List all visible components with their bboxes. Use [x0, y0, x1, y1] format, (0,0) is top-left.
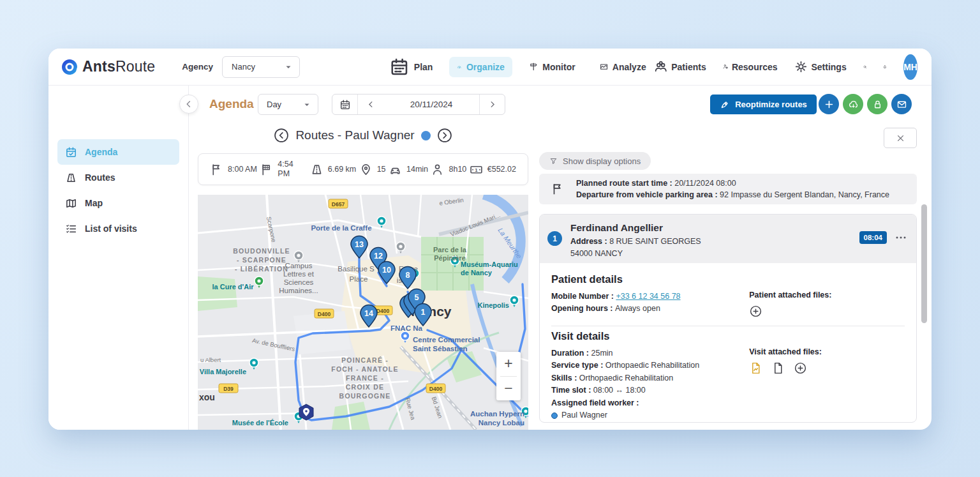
panel-scrollbar[interactable]	[921, 151, 927, 421]
notifications-bell-icon[interactable]	[883, 60, 887, 74]
previous-day-button[interactable]	[358, 95, 383, 114]
topnav-item-settings[interactable]: Settings	[794, 60, 847, 73]
view-mode-select[interactable]: Day	[258, 94, 318, 115]
zoom-out-button[interactable]: −	[496, 377, 521, 401]
svg-text:Porte de la Craffe: Porte de la Craffe	[311, 224, 371, 232]
planned-start-time-row: Planned route start time20/11/2024 08:00	[576, 178, 889, 189]
section-divider	[551, 326, 905, 326]
visit-files-label: Visit attached files:	[749, 347, 905, 356]
svg-text:la Cure d'Air: la Cure d'Air	[212, 283, 255, 291]
svg-text:BOUDONVILLE: BOUDONVILLE	[233, 247, 290, 255]
user-avatar[interactable]: MH	[903, 54, 917, 80]
svg-text:Auchan Hypern: Auchan Hypern	[470, 410, 524, 418]
calendar-icon	[389, 57, 410, 77]
tab-monitor[interactable]: Monitor	[521, 57, 583, 77]
top-navigation-bar: AntsRoute Agency Nancy PlanOrganizeMonit…	[48, 49, 932, 86]
previous-route-button[interactable]	[274, 128, 289, 143]
send-action-button[interactable]	[891, 94, 912, 114]
sidebar-item-map[interactable]: Map	[57, 190, 179, 216]
signpost-icon	[529, 62, 538, 71]
filter-icon	[549, 157, 558, 165]
stat-flagcheck: 4:54 PM	[260, 160, 307, 179]
route-map[interactable]: D657D400D400D400D39Scarponee OberlinViad…	[198, 195, 528, 430]
lock-icon	[872, 99, 883, 110]
tab-plan[interactable]: Plan	[382, 52, 440, 82]
tab-organize[interactable]: Organize	[449, 57, 512, 77]
svg-text:1: 1	[421, 308, 426, 317]
stop-number-badge: 1	[547, 231, 562, 246]
svg-text:Nancy Lobau: Nancy Lobau	[479, 419, 524, 427]
add-patient-file-icon[interactable]	[749, 305, 762, 318]
svg-text:D400: D400	[376, 308, 390, 314]
antsroute-logo[interactable]: AntsRoute	[61, 58, 155, 75]
panel-scrollbar-thumb[interactable]	[921, 204, 927, 323]
date-field[interactable]: 20/11/2024	[383, 95, 479, 114]
add-action-button[interactable]	[819, 94, 839, 114]
topnav-item-resources[interactable]: Resources	[723, 62, 778, 72]
show-display-options-label: Show display options	[563, 156, 641, 166]
patient-name: Ferdinand Angellier	[570, 222, 906, 234]
flagcheck-icon	[260, 163, 273, 176]
sync-action-button[interactable]	[843, 94, 863, 114]
visit-id-row: Id23894828	[551, 421, 749, 423]
next-route-button[interactable]	[437, 128, 452, 143]
svg-text:FNAC Na: FNAC Na	[390, 324, 422, 332]
person-icon	[431, 163, 444, 176]
reoptimize-routes-button[interactable]: Reoptimize routes	[710, 95, 817, 114]
svg-text:Villa Majorelle: Villa Majorelle	[200, 368, 246, 375]
stat-flag: 8:00 AM	[210, 163, 257, 176]
svg-text:CROIX DE: CROIX DE	[346, 383, 384, 391]
road-badge: D39	[219, 384, 238, 393]
desktop-background: AntsRoute Agency Nancy PlanOrganizeMonit…	[0, 0, 980, 477]
assigned-worker-row: Paul Wagner	[551, 409, 749, 421]
cloudsync-icon	[848, 99, 859, 110]
close-panel-button[interactable]	[884, 128, 917, 148]
topnav-item-patients[interactable]: Patients	[654, 60, 706, 74]
svg-text:Lettres et: Lettres et	[283, 270, 315, 278]
stop-header[interactable]: 1 Ferdinand Angellier Address8 RUE SAINT…	[540, 215, 916, 263]
next-day-button[interactable]	[479, 95, 505, 114]
service-type-row: Service typeOrthopaedic Rehabilitation	[551, 360, 749, 372]
body-row: AgendaRoutesMapList of visits Agenda Day…	[48, 86, 932, 430]
svg-text:FRANCE -: FRANCE -	[346, 374, 384, 382]
tab-analyze[interactable]: Analyze	[592, 57, 654, 77]
agency-label: Agency	[182, 62, 213, 72]
mapicon-icon	[65, 197, 77, 209]
vehicle-parking-marker	[299, 404, 313, 420]
duration-row: Duration25min	[551, 347, 749, 360]
route-color-dot	[421, 131, 431, 140]
assigned-worker-label: Assigned field worker :	[551, 397, 749, 409]
lock-action-button[interactable]	[867, 94, 887, 114]
document-file-icon[interactable]	[771, 361, 785, 375]
sidebar: AgendaRoutesMapList of visits	[48, 86, 189, 430]
calendar-picker-button[interactable]	[332, 95, 358, 114]
sidebar-item-agenda[interactable]: Agenda	[57, 139, 179, 165]
sidebar-item-routes[interactable]: Routes	[57, 165, 179, 190]
mobile-number-link[interactable]: +33 6 12 34 56 78	[616, 292, 680, 301]
svg-text:Centre Commercial: Centre Commercial	[413, 336, 480, 344]
search-icon[interactable]	[863, 60, 867, 74]
route-stats-bar: 8:00 AM4:54 PM6.69 km1514min8h101€552.02	[198, 153, 528, 185]
svg-text:D400: D400	[318, 311, 331, 317]
zoom-in-button[interactable]: +	[496, 352, 521, 376]
pin-icon	[359, 163, 373, 176]
sidebar-collapse-button[interactable]	[179, 95, 198, 114]
svg-text:10: 10	[382, 266, 391, 275]
view-mode-value: Day	[267, 100, 281, 109]
image-file-icon[interactable]	[749, 361, 762, 375]
mobile-number-row: Mobile Number+33 6 12 34 56 78	[551, 291, 749, 303]
stop-menu-button[interactable]	[895, 231, 907, 244]
antsroute-logo-icon	[61, 59, 78, 75]
flag-icon	[551, 182, 565, 196]
banknote-icon: 1	[470, 163, 483, 176]
add-visit-file-icon[interactable]	[794, 361, 807, 375]
show-display-options-button[interactable]: Show display options	[539, 152, 651, 170]
patient-details-heading: Patient details	[551, 273, 905, 285]
reoptimize-label: Reoptimize routes	[735, 100, 807, 109]
gauge-icon	[457, 64, 462, 70]
flag-icon	[210, 163, 223, 176]
date-navigator: 20/11/2024	[332, 94, 505, 115]
sidebar-item-list-of-visits[interactable]: List of visits	[57, 216, 179, 241]
agency-select[interactable]: Nancy	[222, 56, 300, 78]
stat-car: 14min	[389, 163, 428, 176]
